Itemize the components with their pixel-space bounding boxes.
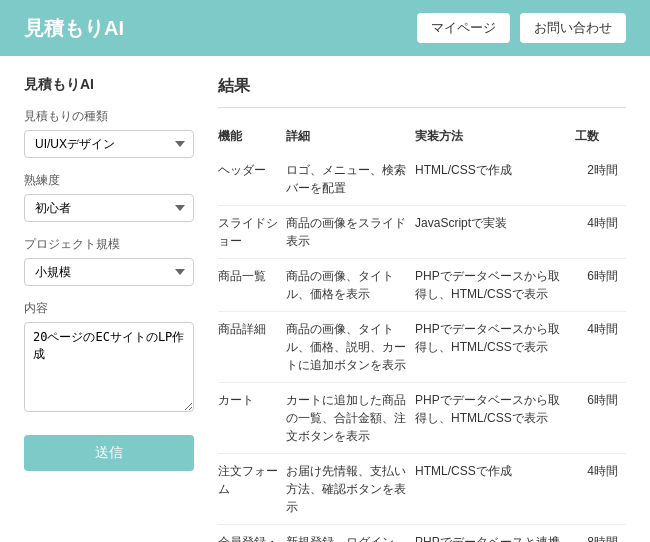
col-feature-header: 機能 — [218, 122, 286, 153]
cell-detail: 商品の画像、タイトル、価格を表示 — [286, 259, 415, 312]
sidebar-title: 見積もりAI — [24, 76, 194, 94]
cell-hours: 4時間 — [575, 206, 626, 259]
results-table: 機能 詳細 実装方法 工数 ヘッダーロゴ、メニュー、検索バーを配置HTML/CS… — [218, 122, 626, 542]
contact-button[interactable]: お問い合わせ — [520, 13, 626, 43]
cell-hours: 2時間 — [575, 153, 626, 206]
sidebar: 見積もりAI 見積もりの種類 UI/UXデザイン Webシステム アプリ開発 熟… — [24, 76, 194, 542]
content-group: 内容 20ページのECサイトのLP作成 — [24, 300, 194, 415]
my-page-button[interactable]: マイページ — [417, 13, 510, 43]
cell-feature: 会員登録・ログイン — [218, 525, 286, 543]
table-row: 商品詳細商品の画像、タイトル、価格、説明、カートに追加ボタンを表示PHPでデータ… — [218, 312, 626, 383]
skill-select[interactable]: 初心者 中級者 上級者 — [24, 194, 194, 222]
cell-detail: お届け先情報、支払い方法、確認ボタンを表示 — [286, 454, 415, 525]
cell-feature: カート — [218, 383, 286, 454]
cell-method: HTML/CSSで作成 — [415, 454, 575, 525]
category-label: 見積もりの種類 — [24, 108, 194, 125]
table-row: 注文フォームお届け先情報、支払い方法、確認ボタンを表示HTML/CSSで作成4時… — [218, 454, 626, 525]
cell-feature: スライドショー — [218, 206, 286, 259]
main-content: 見積もりAI 見積もりの種類 UI/UXデザイン Webシステム アプリ開発 熟… — [0, 56, 650, 542]
header-buttons: マイページ お問い合わせ — [417, 13, 626, 43]
col-method-header: 実装方法 — [415, 122, 575, 153]
skill-label: 熟練度 — [24, 172, 194, 189]
cell-hours: 6時間 — [575, 259, 626, 312]
cell-hours: 8時間 — [575, 525, 626, 543]
scale-group: プロジェクト規模 小規模 中規模 大規模 — [24, 236, 194, 286]
cell-feature: 商品詳細 — [218, 312, 286, 383]
cell-detail: 商品の画像、タイトル、価格、説明、カートに追加ボタンを表示 — [286, 312, 415, 383]
scale-select[interactable]: 小規模 中規模 大規模 — [24, 258, 194, 286]
cell-hours: 4時間 — [575, 312, 626, 383]
cell-method: PHPでデータベースから取得し、HTML/CSSで表示 — [415, 259, 575, 312]
submit-button[interactable]: 送信 — [24, 435, 194, 471]
table-row: ヘッダーロゴ、メニュー、検索バーを配置HTML/CSSで作成2時間 — [218, 153, 626, 206]
content-label: 内容 — [24, 300, 194, 317]
table-row: スライドショー商品の画像をスライド表示JavaScriptで実装4時間 — [218, 206, 626, 259]
table-row: 会員登録・ログイン新規登録、ログイン、ログアウト機能を実装PHPでデータベースと… — [218, 525, 626, 543]
results-divider — [218, 107, 626, 108]
table-header-row: 機能 詳細 実装方法 工数 — [218, 122, 626, 153]
cell-method: HTML/CSSで作成 — [415, 153, 575, 206]
cell-method: PHPでデータベースから取得し、HTML/CSSで表示 — [415, 312, 575, 383]
cell-detail: 新規登録、ログイン、ログアウト機能を実装 — [286, 525, 415, 543]
skill-group: 熟練度 初心者 中級者 上級者 — [24, 172, 194, 222]
cell-feature: 商品一覧 — [218, 259, 286, 312]
cell-hours: 4時間 — [575, 454, 626, 525]
category-select[interactable]: UI/UXデザイン Webシステム アプリ開発 — [24, 130, 194, 158]
results-section: 結果 機能 詳細 実装方法 工数 ヘッダーロゴ、メニュー、検索バーを配置HTML… — [218, 76, 626, 542]
cell-hours: 6時間 — [575, 383, 626, 454]
results-title: 結果 — [218, 76, 626, 97]
content-textarea[interactable]: 20ページのECサイトのLP作成 — [24, 322, 194, 412]
cell-method: PHPでデータベースと連携し、HTML/CSSで表示 — [415, 525, 575, 543]
category-group: 見積もりの種類 UI/UXデザイン Webシステム アプリ開発 — [24, 108, 194, 158]
cell-method: PHPでデータベースから取得し、HTML/CSSで表示 — [415, 383, 575, 454]
cell-method: JavaScriptで実装 — [415, 206, 575, 259]
col-hours-header: 工数 — [575, 122, 626, 153]
cell-feature: ヘッダー — [218, 153, 286, 206]
app-title: 見積もりAI — [24, 15, 124, 42]
cell-feature: 注文フォーム — [218, 454, 286, 525]
table-row: 商品一覧商品の画像、タイトル、価格を表示PHPでデータベースから取得し、HTML… — [218, 259, 626, 312]
scale-label: プロジェクト規模 — [24, 236, 194, 253]
cell-detail: ロゴ、メニュー、検索バーを配置 — [286, 153, 415, 206]
col-detail-header: 詳細 — [286, 122, 415, 153]
table-row: カートカートに追加した商品の一覧、合計金額、注文ボタンを表示PHPでデータベース… — [218, 383, 626, 454]
header: 見積もりAI マイページ お問い合わせ — [0, 0, 650, 56]
cell-detail: 商品の画像をスライド表示 — [286, 206, 415, 259]
cell-detail: カートに追加した商品の一覧、合計金額、注文ボタンを表示 — [286, 383, 415, 454]
